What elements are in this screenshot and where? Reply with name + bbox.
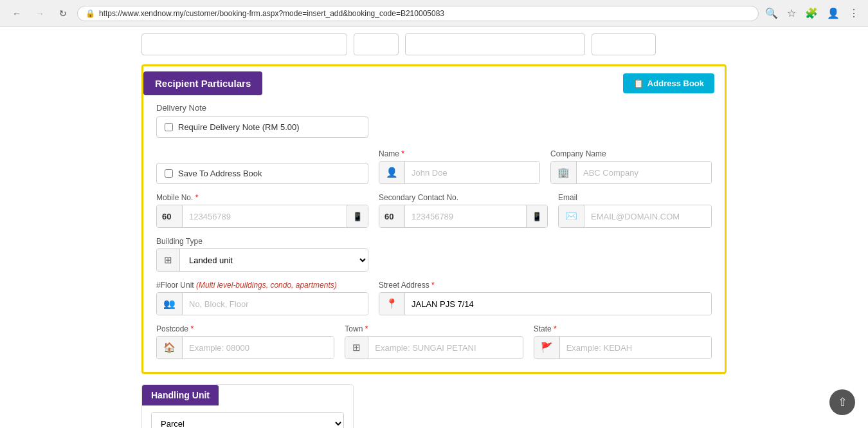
top-input-4[interactable] [592, 33, 656, 55]
building-icon: 🏢 [551, 162, 577, 183]
floor-col: #Floor Unit (Multi level-buildings, cond… [156, 281, 368, 315]
save-address-checkbox[interactable] [165, 169, 173, 178]
street-label: Street Address * [379, 281, 712, 290]
secondary-input-group: 60 📱 [379, 205, 548, 228]
postcode-input[interactable] [183, 337, 334, 358]
parcel-select-group: Parcel Document Envelope [151, 412, 344, 428]
state-col: State * 🚩 [534, 324, 712, 359]
secondary-prefix: 60 [379, 205, 405, 227]
menu-button[interactable]: ⋮ [847, 6, 860, 21]
top-input-3[interactable] [405, 33, 585, 55]
back-button[interactable]: ← [8, 5, 26, 23]
zoom-button[interactable]: 🔍 [764, 6, 779, 21]
pin-icon: 📍 [379, 293, 405, 315]
page-content: Recipient Particulars 📋 Address Book Del… [0, 27, 868, 428]
mobile-phone-icon: 📱 [347, 205, 368, 227]
parcel-select[interactable]: Parcel Document Envelope [152, 413, 343, 428]
building-label: Building Type [156, 237, 712, 246]
postcode-input-group: 🏠 [156, 336, 334, 359]
secondary-phone-icon: 📱 [526, 205, 547, 227]
name-row: Save To Address Book Name * 👤 Company Na… [156, 149, 712, 184]
floor-input-group: 👥 [156, 292, 368, 315]
state-input-group: 🚩 [534, 336, 712, 359]
section-header: Recipient Particulars 📋 Address Book [143, 66, 725, 103]
location-row: Postcode * 🏠 Town * ⊞ [156, 324, 712, 359]
street-input[interactable] [405, 293, 711, 315]
name-label: Name * [379, 149, 540, 158]
street-col: Street Address * 📍 [379, 281, 712, 315]
scroll-top-button[interactable]: ⇧ [829, 389, 855, 415]
forward-button[interactable]: → [31, 5, 49, 23]
url-input[interactable] [99, 9, 750, 18]
town-input[interactable] [368, 337, 522, 358]
extensions-button[interactable]: 🧩 [804, 6, 819, 21]
floor-label: #Floor Unit (Multi level-buildings, cond… [156, 281, 368, 290]
postcode-label: Postcode * [156, 324, 334, 333]
handling-unit-container: Handling Unit Parcel Document Envelope [141, 384, 354, 428]
address-book-icon: 📋 [633, 79, 644, 88]
handling-unit-title: Handling Unit [142, 385, 219, 405]
top-input-1[interactable] [141, 33, 347, 55]
address-book-button[interactable]: 📋 Address Book [623, 73, 714, 93]
star-button[interactable]: ☆ [786, 6, 797, 21]
town-label: Town * [345, 324, 523, 333]
handling-select-row: Parcel Document Envelope [142, 405, 353, 428]
save-address-label: Save To Address Book [178, 169, 262, 178]
secondary-label: Secondary Contact No. [379, 193, 548, 202]
form-inner: Delivery Note Require Delivery Note (RM … [143, 103, 725, 359]
company-input[interactable] [577, 162, 711, 183]
save-address-box: Save To Address Book [156, 163, 368, 184]
delivery-note-checkbox-label: Require Delivery Note (RM 5.00) [178, 122, 300, 132]
floor-input[interactable] [183, 293, 368, 315]
reload-button[interactable]: ↻ [54, 5, 72, 23]
floor-icon: 👥 [157, 293, 183, 315]
secondary-col: Secondary Contact No. 60 📱 [379, 193, 548, 228]
town-col: Town * ⊞ [345, 324, 523, 359]
mobile-input-group: 60 📱 [156, 205, 368, 228]
secondary-input[interactable] [405, 205, 526, 227]
building-row: Building Type ⊞ Landed unit Condo/Apartm… [156, 237, 712, 272]
name-col: Name * 👤 [379, 149, 540, 184]
flag-icon: 🚩 [534, 337, 560, 358]
email-input-group: ✉️ [558, 205, 712, 228]
street-input-group: 📍 [379, 292, 712, 315]
home-icon: 🏠 [157, 337, 183, 358]
email-icon: ✉️ [559, 205, 584, 227]
email-input[interactable] [584, 205, 711, 227]
building-type-icon: ⊞ [157, 249, 180, 271]
mobile-input[interactable] [183, 205, 347, 227]
email-label: Email [558, 193, 712, 202]
name-input-group: 👤 [379, 161, 540, 184]
lock-icon: 🔒 [86, 9, 95, 18]
profile-button[interactable]: 👤 [826, 6, 841, 21]
delivery-note-section: Delivery Note Require Delivery Note (RM … [156, 103, 712, 138]
browser-chrome: ← → ↻ 🔒 🔍 ☆ 🧩 👤 ⋮ [0, 0, 868, 27]
postcode-col: Postcode * 🏠 [156, 324, 334, 359]
grid-icon: ⊞ [345, 337, 368, 358]
mobile-label: Mobile No. * [156, 193, 368, 202]
delivery-note-label: Delivery Note [156, 103, 712, 113]
building-select-group: ⊞ Landed unit Condo/Apartment Office/Com… [156, 248, 368, 272]
top-strip [141, 27, 727, 64]
recipient-particulars-title: Recipient Particulars [143, 71, 262, 95]
delivery-note-checkbox[interactable] [165, 123, 173, 131]
recipient-form-container: Recipient Particulars 📋 Address Book Del… [141, 64, 727, 374]
delivery-note-row: Require Delivery Note (RM 5.00) [156, 116, 368, 138]
state-label: State * [534, 324, 712, 333]
state-input[interactable] [560, 337, 711, 358]
mobile-prefix: 60 [157, 205, 183, 227]
mobile-col: Mobile No. * 60 📱 [156, 193, 368, 228]
browser-actions: 🔍 ☆ 🧩 👤 ⋮ [764, 6, 860, 21]
company-col: Company Name 🏢 [550, 149, 712, 184]
person-icon: 👤 [379, 162, 405, 183]
email-col: Email ✉️ [558, 193, 712, 228]
name-input[interactable] [405, 162, 539, 183]
save-address-col: Save To Address Book [156, 163, 368, 184]
town-input-group: ⊞ [345, 336, 523, 359]
address-bar: 🔒 [77, 6, 759, 21]
building-type-select[interactable]: Landed unit Condo/Apartment Office/Comme… [180, 249, 368, 271]
company-input-group: 🏢 [550, 161, 712, 184]
address-row: #Floor Unit (Multi level-buildings, cond… [156, 281, 712, 315]
top-input-2[interactable] [354, 33, 399, 55]
company-label: Company Name [550, 149, 712, 158]
